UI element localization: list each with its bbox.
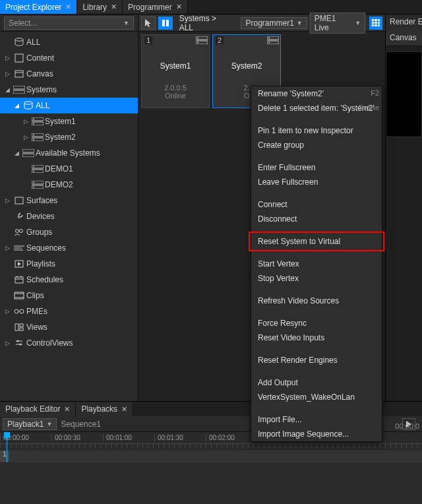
- svg-rect-25: [15, 197, 23, 204]
- menu-separator: [251, 345, 382, 353]
- card-number: 2: [216, 36, 224, 44]
- track-row[interactable]: 1: [0, 451, 422, 462]
- tree-item-pmes[interactable]: ▷PMEs: [0, 303, 138, 319]
- svg-rect-43: [20, 324, 23, 327]
- tab-programmer[interactable]: Programmer ✕: [123, 0, 188, 14]
- tree-item-demo1[interactable]: DEMO1: [0, 161, 138, 177]
- close-icon[interactable]: ✕: [64, 405, 70, 414]
- close-icon[interactable]: ✕: [176, 3, 182, 11]
- menu-separator: [251, 152, 382, 160]
- menu-item-start-vertex[interactable]: Start Vertex: [251, 257, 382, 271]
- menu-item-reset-video-inputs[interactable]: Reset Video Inputs: [251, 331, 382, 345]
- menu-item-enter-fullscreen[interactable]: Enter Fullscreen: [251, 160, 382, 175]
- tab-playback-editor[interactable]: Playback Editor ✕: [0, 402, 76, 416]
- tab-label: Render E: [390, 17, 422, 26]
- tree-item-canvas[interactable]: ▷Canvas: [0, 66, 138, 82]
- tree-item-groups[interactable]: Groups: [0, 224, 138, 240]
- chevron-right-icon[interactable]: ▷: [21, 134, 30, 141]
- svg-point-27: [20, 230, 23, 233]
- chevron-down-icon: ▼: [46, 421, 52, 427]
- chevron-right-icon[interactable]: ▷: [3, 55, 12, 61]
- playback-dropdown[interactable]: Playback1 ▼: [3, 418, 57, 430]
- chevron-right-icon[interactable]: ▷: [21, 118, 30, 125]
- breadcrumb: Systems > ALL: [175, 14, 236, 32]
- chevron-right-icon[interactable]: ▷: [3, 308, 12, 315]
- tree-item-surfaces[interactable]: ▷Surfaces: [0, 193, 138, 208]
- tree-item-schedules[interactable]: Schedules: [0, 272, 138, 288]
- menu-shortcut: F2: [371, 89, 379, 97]
- menu-separator: [251, 286, 382, 294]
- canvas-dropdown[interactable]: Canvas: [386, 29, 422, 46]
- menu-item-import-image-sequence[interactable]: Import Image Sequence...: [251, 427, 382, 441]
- close-icon[interactable]: ✕: [111, 3, 117, 11]
- tree-item-controlviews[interactable]: ▷ControlViews: [0, 335, 138, 351]
- menu-item-create-group[interactable]: Create group: [251, 138, 382, 152]
- menu-item-force-resync[interactable]: Force Resync: [251, 316, 382, 331]
- box-icon: [12, 53, 26, 63]
- menu-item-rename-system2[interactable]: Rename 'System2'F2: [251, 86, 382, 101]
- chevron-right-icon[interactable]: ▷: [3, 71, 12, 77]
- grid-view-button[interactable]: [369, 16, 382, 30]
- server-icon: [196, 36, 208, 44]
- tab-render[interactable]: Render E: [386, 15, 422, 29]
- tree-item-system1[interactable]: ▷System1: [0, 113, 138, 129]
- chevron-right-icon[interactable]: ▷: [3, 340, 12, 346]
- chevron-down-icon[interactable]: ◢: [12, 102, 21, 109]
- tree-item-content[interactable]: ▷Content: [0, 50, 138, 66]
- menu-item-vertexsystem-wakeonlan[interactable]: VertexSystem_WakeOnLan: [251, 390, 382, 404]
- menu-item-pin-1-item-to-new-inspector[interactable]: Pin 1 item to new Inspector: [251, 123, 382, 138]
- tree-item-all[interactable]: ALL: [0, 34, 138, 50]
- menu-item-reset-system-to-virtual[interactable]: Reset System to Virtual: [251, 234, 382, 249]
- cursor-tool[interactable]: [141, 16, 156, 30]
- tree-item-available-systems[interactable]: ◢Available Systems: [0, 145, 138, 161]
- tree-item-views[interactable]: Views: [0, 319, 138, 335]
- programmer-dropdown[interactable]: Programmer1 ▼: [241, 17, 307, 29]
- tree-item-demo2[interactable]: DEMO2: [0, 177, 138, 193]
- playhead[interactable]: [7, 432, 7, 462]
- tree-item-clips[interactable]: Clips: [0, 288, 138, 303]
- chevron-down-icon[interactable]: ◢: [3, 86, 12, 93]
- tree-item-label: Sequences: [26, 243, 66, 253]
- tree-item-label: Systems: [26, 85, 57, 94]
- close-icon[interactable]: ✕: [121, 405, 127, 414]
- menu-item-disconnect[interactable]: Disconnect: [251, 212, 382, 226]
- tree-item-sequences[interactable]: ▷Sequences: [0, 240, 138, 256]
- tree-item-devices[interactable]: Devices: [0, 208, 138, 224]
- tab-project-explorer[interactable]: Project Explorer ✕: [0, 0, 77, 14]
- svg-rect-50: [166, 20, 169, 26]
- select-dropdown[interactable]: Select... ▼: [4, 16, 134, 30]
- menu-separator: [251, 308, 382, 316]
- menu-item-stop-vertex[interactable]: Stop Vertex: [251, 271, 382, 286]
- menu-item-reset-render-engines[interactable]: Reset Render Engines: [251, 353, 382, 367]
- dropdown-label: PME1 Live: [315, 14, 352, 32]
- chevron-right-icon[interactable]: ▷: [3, 197, 12, 204]
- seq-icon: [12, 245, 26, 251]
- ctrl-icon: [12, 339, 26, 347]
- chevron-down-icon[interactable]: ◢: [12, 150, 21, 156]
- chevron-down-icon: ▼: [297, 20, 303, 26]
- svg-rect-32: [15, 277, 23, 283]
- menu-item-delete-1-selected-item-system2[interactable]: Delete 1 selected item: 'System2'Delete: [251, 101, 382, 115]
- chevron-right-icon[interactable]: ▷: [3, 245, 12, 251]
- tree-item-system2[interactable]: ▷System2: [0, 129, 138, 145]
- close-icon[interactable]: ✕: [65, 3, 71, 11]
- pme-dropdown[interactable]: PME1 Live ▼: [310, 13, 365, 34]
- menu-item-import-file[interactable]: Import File...: [251, 412, 382, 427]
- tab-library[interactable]: Library ✕: [77, 0, 123, 14]
- tree-item-label: Groups: [26, 228, 52, 237]
- menu-item-leave-fullscreen[interactable]: Leave Fullscreen: [251, 175, 382, 189]
- menu-item-add-output[interactable]: Add Output: [251, 375, 382, 390]
- tree-item-all[interactable]: ◢ALL: [0, 98, 138, 113]
- system-card-system1[interactable]: 1System12.0.0.5Online: [141, 34, 210, 108]
- svg-point-48: [20, 344, 22, 346]
- menu-item-connect[interactable]: Connect: [251, 197, 382, 212]
- tree-item-playlists[interactable]: Playlists: [0, 256, 138, 272]
- edit-tool[interactable]: [158, 16, 173, 30]
- tab-playbacks[interactable]: Playbacks ✕: [76, 402, 133, 416]
- card-title: System2: [213, 61, 280, 71]
- tree-item-label: Schedules: [26, 275, 63, 284]
- tree-item-systems[interactable]: ◢Systems: [0, 82, 138, 98]
- canvas-icon: [12, 70, 26, 78]
- menu-item-refresh-video-sources[interactable]: Refresh Video Sources: [251, 294, 382, 308]
- render-viewport: [386, 51, 422, 137]
